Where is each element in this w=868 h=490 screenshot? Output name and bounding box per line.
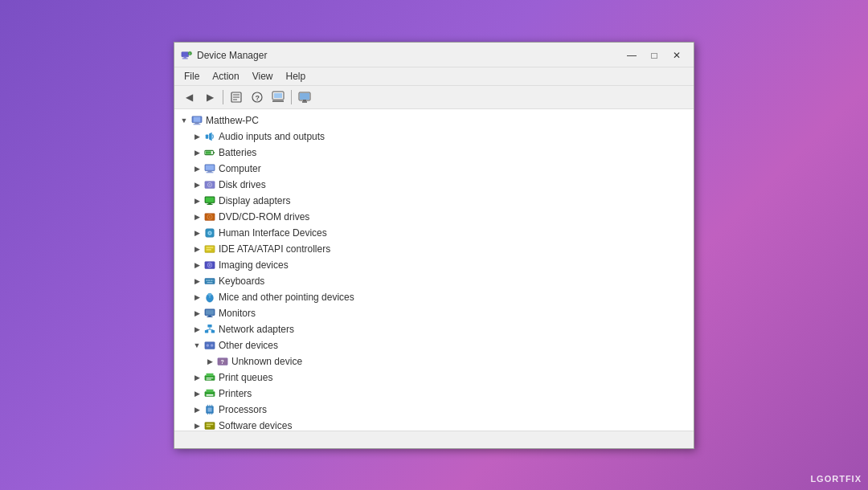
menu-view[interactable]: View [246,69,280,84]
list-item[interactable]: ▶ Monitors [174,305,694,321]
forward-button[interactable]: ▶ [200,88,219,106]
list-item[interactable]: ▶ Printers [174,386,694,402]
list-item[interactable]: ▶ ? Unknown device [174,353,694,370]
svg-rect-12 [274,93,282,98]
menu-help[interactable]: Help [280,69,313,84]
expand-disk[interactable]: ▶ [190,178,203,191]
processors-label: Processors [219,404,267,415]
mice-label: Mice and other pointing devices [219,292,354,303]
menu-bar: File Action View Help [174,67,694,86]
expand-unknown[interactable]: ▶ [203,355,216,368]
menu-action[interactable]: Action [206,69,245,84]
svg-point-57 [207,292,211,296]
svg-rect-78 [207,389,214,392]
svg-rect-22 [206,134,209,138]
display-button[interactable] [295,88,314,106]
expand-computer[interactable]: ▶ [190,162,203,175]
display-label: Display adapters [219,195,290,206]
root-expand[interactable]: ▼ [178,114,190,127]
expand-mice[interactable]: ▶ [190,291,203,304]
battery-icon [203,146,216,159]
list-item[interactable]: ▶ Processors [174,402,694,418]
list-item[interactable]: ▶ Software devices [174,418,694,431]
expand-monitors[interactable]: ▶ [190,307,203,320]
svg-rect-24 [206,151,211,154]
tree-view[interactable]: ▼ Matthew-PC ▶ Aud [174,109,694,431]
list-item[interactable]: ▶ DVD/CD-ROM drives [174,209,694,225]
scan-button[interactable] [268,88,288,106]
expand-software[interactable]: ▶ [190,419,203,431]
printer-icon [203,387,216,400]
processor-icon [203,403,216,416]
toolbar: ◀ ▶ ? [174,86,694,109]
expand-batteries[interactable]: ▶ [190,146,203,159]
list-item[interactable]: ▶ Imaging devices [174,257,694,273]
svg-rect-21 [194,124,201,125]
audio-label: Audio inputs and outputs [219,131,325,142]
device-manager-window: i Device Manager — □ ✕ File Action View … [174,42,694,449]
expand-display[interactable]: ▶ [190,194,203,207]
list-item[interactable]: ▶ Display adapters [174,193,694,209]
toolbar-separator-2 [291,90,292,104]
ide-label: IDE ATA/ATAPI controllers [219,243,330,255]
monitor-icon [203,307,216,320]
expand-network[interactable]: ▶ [190,323,203,336]
expand-printers[interactable]: ▶ [190,387,203,400]
list-item[interactable]: ▶ Mice and other pointing devices [174,289,694,305]
svg-rect-28 [207,170,211,172]
list-item[interactable]: ▶ Disk drives [174,177,694,193]
minimize-button[interactable]: — [621,47,642,63]
svg-rect-52 [211,280,212,281]
mouse-icon [203,291,216,304]
svg-point-70 [211,344,214,347]
svg-rect-90 [207,426,211,427]
svg-point-48 [209,263,211,266]
title-bar-left: i Device Manager [181,50,267,61]
list-item[interactable]: ▶ Computer [174,161,694,177]
menu-file[interactable]: File [178,69,206,84]
list-item[interactable]: ▶ Keyboards [174,273,694,289]
svg-rect-44 [207,247,214,248]
svg-rect-45 [207,249,211,251]
expand-dvd[interactable]: ▶ [190,210,203,223]
display-icon [203,194,216,207]
expand-imaging[interactable]: ▶ [190,259,203,272]
svg-rect-76 [207,378,211,379]
expand-processors[interactable]: ▶ [190,403,203,416]
list-item[interactable]: ▶ Network adapters [174,321,694,337]
svg-point-42 [209,232,211,234]
list-item[interactable]: ▶ Human Interface Devices [174,225,694,241]
expand-ide[interactable]: ▶ [190,243,203,255]
svg-rect-59 [206,309,215,314]
audio-icon [203,130,216,143]
expand-keyboards[interactable]: ▶ [190,275,203,288]
expand-hid[interactable]: ▶ [190,227,203,239]
expand-printq[interactable]: ▶ [190,371,203,384]
svg-rect-25 [213,152,215,153]
printers-label: Printers [219,388,252,399]
svg-text:i: i [190,52,190,55]
expand-audio[interactable]: ▶ [190,130,203,143]
svg-rect-75 [207,378,214,378]
list-item[interactable]: ▼ Other devices [174,337,694,353]
monitors-label: Monitors [219,308,256,319]
svg-rect-54 [207,281,213,282]
svg-rect-29 [207,172,214,173]
close-button[interactable]: ✕ [666,47,687,63]
list-item[interactable]: ▶ Audio inputs and outputs [174,129,694,145]
ide-icon [203,243,216,255]
svg-rect-19 [194,116,201,121]
computer-label: Computer [219,163,261,174]
list-item[interactable]: ▶ Print queues [174,370,694,386]
maximize-button[interactable]: □ [644,47,665,63]
properties-button[interactable] [227,88,246,106]
list-item[interactable]: ▶ IDE ATA/ATAPI controllers [174,241,694,257]
expand-other[interactable]: ▼ [190,339,203,352]
help-button[interactable]: ? [248,88,267,106]
svg-line-66 [207,329,210,330]
svg-rect-1 [184,56,187,58]
tree-root[interactable]: ▼ Matthew-PC [174,112,694,129]
back-button[interactable]: ◀ [179,88,199,106]
svg-rect-74 [207,373,214,376]
list-item[interactable]: ▶ Batteries [174,145,694,161]
